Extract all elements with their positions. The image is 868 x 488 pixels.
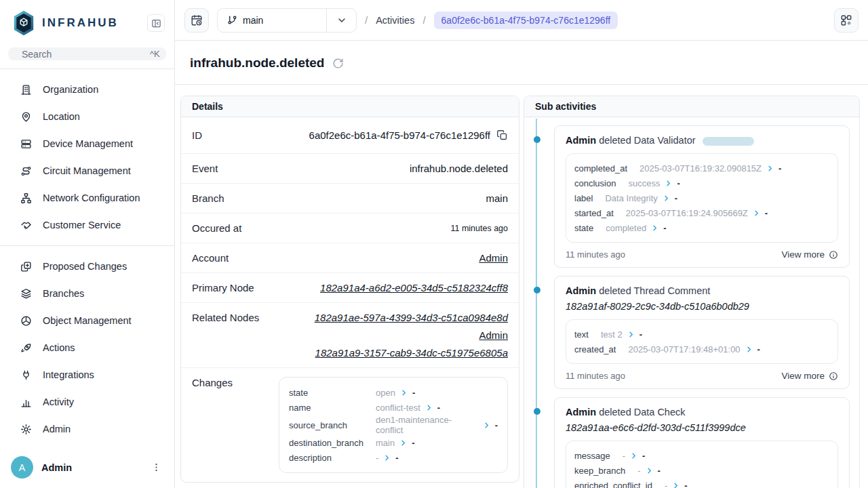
time-travel-button[interactable] [184, 8, 209, 33]
sidebar-item-label: Actions [43, 342, 75, 353]
search-input-wrapper[interactable]: ^K [8, 47, 166, 60]
sidebar-item-label: Customer Service [43, 220, 121, 230]
prop-new-value: - [639, 329, 642, 340]
prop-row: text test 2- [574, 327, 829, 342]
prop-new-value: - [684, 481, 687, 488]
schema-button[interactable] [834, 8, 859, 33]
sidebar-item-actions[interactable]: Actions [0, 334, 174, 361]
sidebar-item-label: Branches [43, 288, 84, 299]
activity-props: completed_at 2025-03-07T16:19:32.090815Z… [566, 153, 838, 243]
activity-actor: Admin [566, 285, 596, 296]
prop-row: state completed- [574, 220, 829, 235]
change-key: source_branch [289, 420, 376, 430]
gear-icon [20, 424, 32, 435]
sidebar-item-organization[interactable]: Organization [0, 76, 174, 103]
activity-footer: 11 minutes ago View more [566, 371, 838, 381]
prop-new-value: - [778, 163, 781, 174]
sidebar-item-location[interactable]: Location [0, 103, 174, 130]
chevron-right-icon [399, 439, 407, 447]
sidebar-item-label: Integrations [43, 369, 94, 380]
main-area: main / Activities / 6a0f2e6c-b61a-4f75-b… [175, 0, 868, 488]
prop-row: conclusion success- [574, 176, 829, 190]
change-new-value: - [437, 403, 440, 413]
user-menu[interactable]: A Admin [0, 449, 174, 488]
chevron-right-icon [766, 165, 774, 172]
prop-new-value: - [642, 451, 645, 461]
change-entry: state open- [289, 385, 498, 400]
related-node-link[interactable]: 182a91a9-3157-cab9-34dc-c51975e6805a [315, 347, 508, 359]
nav-primary: Organization Location Device Management … [0, 69, 174, 245]
prop-row: message -- [574, 448, 829, 463]
sidebar-item-branches[interactable]: Branches [0, 280, 174, 307]
sidebar-collapse-button[interactable] [147, 14, 165, 32]
prop-row: label Data Integrity- [574, 190, 829, 205]
route-icon [20, 165, 32, 177]
detail-label: Primary Node [192, 282, 254, 293]
sidebar-item-network-configuration[interactable]: Network Configuration [0, 184, 174, 211]
change-entry: source_branch den1-maintenance-conflict- [289, 415, 498, 435]
activity-action: deleted Thread Comment [599, 285, 710, 296]
infrahub-logo-icon [11, 9, 37, 37]
handshake-icon [20, 220, 32, 231]
server-icon [20, 138, 32, 150]
change-old-value: open [376, 388, 395, 398]
change-new-value: - [495, 420, 498, 430]
detail-row-occured-at: Occured at 11 minutes ago [181, 214, 519, 243]
prop-new-value: - [765, 208, 768, 218]
branch-selector[interactable]: main [217, 8, 357, 33]
breadcrumb-current-id[interactable]: 6a0f2e6c-b61a-4f75-b974-c76c1e1296ff [434, 12, 618, 29]
refresh-icon [332, 58, 344, 69]
building-icon [20, 84, 32, 96]
chevron-right-icon [630, 452, 637, 460]
activity-timestamp: 11 minutes ago [566, 249, 625, 260]
detail-value-branch: main [486, 192, 508, 204]
prop-row: enriched_conflict_id -- [574, 478, 829, 488]
prop-row: keep_branch -- [574, 463, 829, 478]
breadcrumb-separator: / [365, 14, 368, 26]
sidebar-item-activity[interactable]: Activity [0, 388, 174, 415]
change-new-value: - [412, 388, 415, 398]
activity-subtitle: 182a91aa-e6c6-d2fd-303d-c511f3999dce [566, 422, 838, 433]
chevron-right-icon [400, 389, 408, 396]
info-icon [829, 371, 838, 381]
prop-key: label [574, 193, 593, 203]
change-key: destination_branch [289, 438, 376, 448]
sidebar-header: INFRAHUB [0, 0, 174, 43]
search-input[interactable] [22, 49, 144, 60]
git-branch-icon [227, 15, 237, 25]
sidebar-item-circuit-management[interactable]: Circuit Management [0, 157, 174, 184]
prop-old-value: 2025-03-07T17:19:48+01:00 [628, 344, 740, 354]
sidebar-item-label: Object Management [43, 315, 132, 326]
related-node-link[interactable]: 182a91ae-597a-4399-34d3-c51ca0984e8d [315, 312, 508, 323]
sidebar-item-customer-service[interactable]: Customer Service [0, 211, 174, 239]
diff-icon [20, 261, 32, 272]
account-link[interactable]: Admin [479, 252, 508, 264]
prop-row: started_at 2025-03-07T16:19:24.905669Z- [574, 205, 829, 220]
sidebar-item-label: Device Management [43, 138, 133, 149]
breadcrumb-activities[interactable]: Activities [376, 15, 414, 26]
detail-label: Changes [192, 377, 233, 388]
branch-dropdown-toggle[interactable] [326, 9, 356, 32]
sidebar: INFRAHUB ^K Organization [0, 0, 175, 488]
refresh-button[interactable] [332, 58, 344, 69]
change-key: name [289, 403, 376, 413]
sidebar-item-integrations[interactable]: Integrations [0, 361, 174, 388]
changes-box: state open- name conflict-test- source_b… [279, 377, 508, 473]
sidebar-item-proposed-changes[interactable]: Proposed Changes [0, 253, 174, 280]
sidebar-item-device-management[interactable]: Device Management [0, 130, 174, 157]
primary-node-link[interactable]: 182a91a4-a6d2-e005-34d5-c5182324cff8 [320, 282, 508, 293]
chevron-right-icon [383, 454, 391, 462]
detail-row-branch: Branch main [181, 184, 519, 214]
prop-old-value: 2025-03-07T16:19:24.905669Z [626, 208, 748, 218]
sidebar-item-object-management[interactable]: Object Management [0, 307, 174, 334]
copy-id-button[interactable] [496, 129, 508, 141]
kebab-menu-icon[interactable] [149, 460, 163, 475]
prop-key: started_at [574, 208, 614, 218]
prop-old-value: Data Integrity [605, 193, 657, 203]
loading-skeleton [703, 137, 754, 146]
prop-new-value: - [675, 193, 677, 203]
sidebar-item-admin[interactable]: Admin [0, 415, 174, 443]
related-node-link[interactable]: Admin [479, 329, 508, 341]
view-more-button[interactable]: View more [781, 249, 838, 260]
view-more-button[interactable]: View more [781, 371, 838, 381]
